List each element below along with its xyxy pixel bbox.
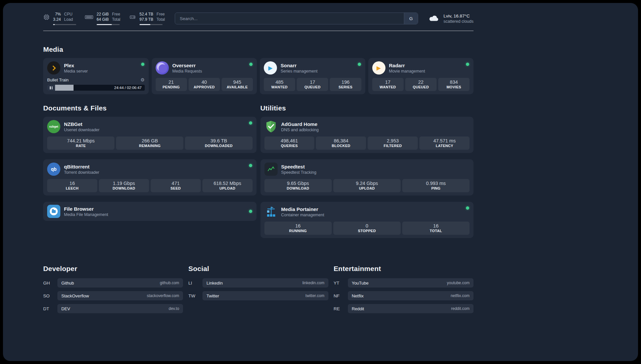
pause-icon[interactable] xyxy=(47,85,55,91)
stat-queued: 22 QUEUED xyxy=(405,78,437,91)
app-subtitle: Media Requests xyxy=(172,69,202,74)
app-card-plex[interactable]: Plex Media server Bullet Train ⚙ 24:44 / xyxy=(43,58,149,94)
stat-queries: 498,461 QUERIES xyxy=(264,136,315,150)
status-dot-online xyxy=(249,121,252,125)
bookmark-stackoverflow[interactable]: SO StackOverflow stackoverflow.com xyxy=(43,291,183,300)
stat-download: 1.19 Gbps DOWNLOAD xyxy=(99,179,149,192)
app-card-nzbget[interactable]: nzbget NZBGet Usenet downloader 744.21 M… xyxy=(43,117,257,153)
cpu-percent-value: 7% xyxy=(53,12,61,17)
section-title-developer: Developer xyxy=(43,265,183,273)
stat-available: 945 AVAILABLE xyxy=(222,78,253,91)
nzbget-icon: nzbget xyxy=(47,120,60,133)
app-name: Radarr xyxy=(389,63,425,68)
bookmark-url: youtube.com xyxy=(447,281,470,285)
stat-running: 16 RUNNING xyxy=(264,222,332,235)
search-engine-button[interactable]: G xyxy=(404,13,418,24)
app-card-overseerr[interactable]: Overseerr Media Requests 21 PENDING 40 A… xyxy=(152,58,257,94)
app-card-speedtest[interactable]: Speedtest Speedtest Tracking 9.65 Gbps D… xyxy=(260,159,474,196)
disk-total-value: 97.9 TB xyxy=(139,17,153,22)
stat-upload: 9.24 Gbps UPLOAD xyxy=(333,179,401,192)
bookmark-url: stackoverflow.com xyxy=(147,293,179,298)
ram-progress-bar xyxy=(97,24,120,25)
topbar: 7% 3.24 CPU Load xyxy=(43,11,473,26)
stat-approved: 40 APPROVED xyxy=(189,78,220,91)
cpu-load-value: 3.24 xyxy=(53,17,61,22)
disk-free-value: 52.4 TB xyxy=(139,12,153,17)
status-dot-online xyxy=(466,63,469,66)
status-dot-online xyxy=(358,63,361,66)
stat-movies: 834 MOVIES xyxy=(438,78,470,91)
bookmark-dev[interactable]: DT DEV dev.to xyxy=(43,304,183,313)
status-dot-online xyxy=(249,210,252,213)
stat-upload: 618.52 Mbps UPLOAD xyxy=(202,179,253,192)
bookmark-url: dev.to xyxy=(169,306,179,311)
status-dot-online xyxy=(249,164,252,167)
disk-total-label: Total xyxy=(157,17,165,22)
app-name: Speedtest xyxy=(281,164,317,169)
stat-remaining: 266 GB REMAINING xyxy=(116,136,183,150)
plex-icon xyxy=(47,61,60,75)
bookmark-reddit[interactable]: RE Reddit reddit.com xyxy=(334,304,473,313)
gear-icon[interactable]: ⚙ xyxy=(140,77,145,82)
bookmark-group-developer: Developer GH Github github.com SO StackO… xyxy=(43,265,183,317)
app-card-radarr[interactable]: ▶ Radarr Movie management 17 WANTED 22 xyxy=(368,58,474,94)
radarr-icon: ▶ xyxy=(372,61,385,75)
weather-condition: scattered clouds xyxy=(443,19,473,24)
adguard-shield-icon xyxy=(264,120,278,133)
bookmark-url: netflix.com xyxy=(451,293,470,298)
cloud-icon xyxy=(428,14,440,23)
app-card-sonarr[interactable]: ▶ Sonarr Series management 485 WANTED 17 xyxy=(260,58,365,94)
ram-icon xyxy=(85,14,93,20)
bookmark-twitter[interactable]: TW Twitter twitter.com xyxy=(188,291,328,300)
qbittorrent-icon: qb xyxy=(47,163,60,176)
stat-pending: 21 PENDING xyxy=(156,78,187,91)
sonarr-icon: ▶ xyxy=(264,61,277,75)
bookmark-abbr: TW xyxy=(188,293,198,298)
app-subtitle: DNS and adblocking xyxy=(281,128,319,132)
disk-free-label: Free xyxy=(157,12,165,17)
bookmark-abbr: NF xyxy=(334,293,344,298)
bookmark-name: Reddit xyxy=(352,306,364,311)
bookmark-github[interactable]: GH Github github.com xyxy=(43,278,183,288)
app-card-portainer[interactable]: Media Portainer Container management 16 … xyxy=(260,202,474,238)
bookmark-linkedin[interactable]: LI LinkedIn linkedin.com xyxy=(188,278,328,288)
stat-wanted: 17 WANTED xyxy=(372,78,404,91)
stat-download: 9.65 Gbps DOWNLOAD xyxy=(264,179,332,192)
bookmark-netflix[interactable]: NF Netflix netflix.com xyxy=(334,291,473,300)
search-input[interactable] xyxy=(175,13,404,24)
stat-queued: 17 QUEUED xyxy=(297,78,328,91)
playback-progress-bar[interactable]: 24:44 / 02:06:47 xyxy=(47,85,145,91)
app-card-qbittorrent[interactable]: qb qBittorrent Torrent downloader 16 LEE… xyxy=(43,159,257,196)
section-media: Media Plex Media server Bullet Train xyxy=(43,46,473,94)
bookmark-name: DEV xyxy=(61,306,70,311)
app-subtitle: Media server xyxy=(64,69,88,74)
section-title-utilities: Utilities xyxy=(260,104,474,112)
app-name: NZBGet xyxy=(64,121,100,127)
app-subtitle: Media File Management xyxy=(64,212,108,217)
stat-total: 16 TOTAL xyxy=(402,222,470,235)
status-dot-online xyxy=(249,63,253,66)
ram-free-value: 22 GiB xyxy=(97,12,109,17)
disk-icon xyxy=(129,14,136,20)
section-title-social: Social xyxy=(188,265,328,273)
stat-wanted: 485 WANTED xyxy=(264,78,295,91)
app-card-filebrowser[interactable]: File Browser Media File Management xyxy=(43,202,257,221)
section-documents: Documents & Files nzbget NZBGet Usenet d… xyxy=(43,104,257,227)
bookmark-youtube[interactable]: YT YouTube youtube.com xyxy=(334,278,473,288)
bookmark-abbr: GH xyxy=(43,281,53,286)
stat-downloaded: 39.6 TB DOWNLOADED xyxy=(185,136,252,150)
section-title-documents: Documents & Files xyxy=(43,104,257,112)
status-dot-online xyxy=(466,206,469,210)
app-subtitle: Speedtest Tracking xyxy=(281,170,317,175)
portainer-crane-icon xyxy=(264,205,278,218)
stat-seed: 471 SEED xyxy=(151,179,201,192)
app-subtitle: Series management xyxy=(281,69,318,74)
app-subtitle: Movie management xyxy=(389,69,425,74)
app-card-adguard[interactable]: AdGuard Home DNS and adblocking 498,461 … xyxy=(260,117,474,153)
cpu-label: CPU xyxy=(64,12,73,17)
cpu-load-label: Load xyxy=(64,17,73,22)
plex-now-playing: Bullet Train ⚙ 24:44 / 02:06:47 xyxy=(47,77,145,91)
stat-stopped: 0 STOPPED xyxy=(333,222,401,235)
folder-icon xyxy=(52,210,56,213)
app-subtitle: Usenet downloader xyxy=(64,128,100,132)
